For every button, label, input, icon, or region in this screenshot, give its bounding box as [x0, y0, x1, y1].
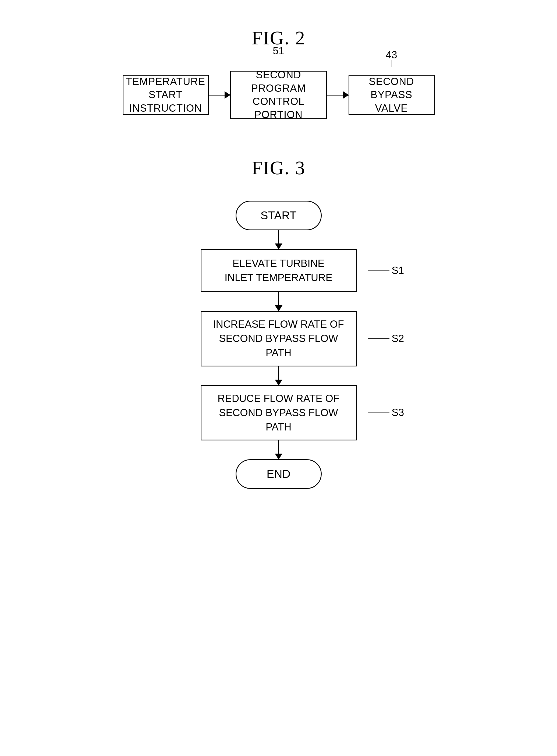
fig3-s2-label: S2 — [391, 331, 404, 346]
fig3-s3-label-connector: S3 — [368, 406, 404, 420]
fig3-s3-tick — [368, 412, 389, 413]
fig2-label2: 43 — [386, 49, 397, 61]
fig3-arrow1 — [278, 230, 279, 249]
fig2-box1: TEMPERATURE STARTINSTRUCTION — [123, 75, 209, 115]
fig3-s2-box: INCREASE FLOW RATE OFSECOND BYPASS FLOW … — [201, 311, 357, 367]
fig3-s3-label: S3 — [391, 406, 404, 420]
fig3-end: END — [236, 459, 322, 489]
fig2-box3: SECOND BYPASSVALVE — [349, 75, 435, 115]
fig3-s2-node: INCREASE FLOW RATE OFSECOND BYPASS FLOW … — [201, 311, 357, 385]
fig3-section: FIG. 3 START ELEVATE TURBINEINLET TEMPER… — [22, 157, 535, 489]
fig2-box3-wrapper: 43 SECOND BYPASSVALVE — [349, 67, 435, 115]
fig3-arrow4 — [278, 440, 279, 459]
fig3-s3-box: REDUCE FLOW RATE OFSECOND BYPASS FLOW PA… — [201, 385, 357, 441]
fig3-s1-label-connector: S1 — [368, 263, 404, 278]
page: FIG. 2 TEMPERATURE STARTINSTRUCTION 51 S… — [0, 0, 557, 756]
fig2-arrow2 — [327, 95, 349, 95]
fig2-section: FIG. 2 TEMPERATURE STARTINSTRUCTION 51 S… — [22, 27, 535, 119]
fig2-arrow1 — [209, 95, 230, 95]
fig2-box2: SECOND PROGRAMCONTROL PORTION — [230, 71, 327, 119]
fig2-diagram: TEMPERATURE STARTINSTRUCTION 51 SECOND P… — [22, 71, 535, 119]
fig2-box1-wrapper: TEMPERATURE STARTINSTRUCTION — [123, 75, 209, 115]
fig3-s1-tick — [368, 270, 389, 271]
fig3-s1-node: ELEVATE TURBINEINLET TEMPERATURE S1 — [201, 249, 357, 311]
fig3-s2-label-connector: S2 — [368, 331, 404, 346]
fig2-box2-wrapper: 51 SECOND PROGRAMCONTROL PORTION — [230, 63, 327, 119]
fig3-title: FIG. 3 — [22, 157, 535, 179]
fig3-s1-label: S1 — [391, 263, 404, 278]
fig3-start: START — [236, 201, 322, 230]
fig3-s3-node: REDUCE FLOW RATE OFSECOND BYPASS FLOW PA… — [201, 385, 357, 460]
fig3-end-node: END — [236, 459, 322, 489]
fig3-arrow2 — [278, 292, 279, 311]
fig3-diagram: START ELEVATE TURBINEINLET TEMPERATURE S… — [22, 201, 535, 489]
fig2-label1: 51 — [273, 45, 284, 57]
fig3-s1-box: ELEVATE TURBINEINLET TEMPERATURE S1 — [201, 249, 357, 292]
fig3-start-node: START — [236, 201, 322, 249]
fig3-arrow3 — [278, 367, 279, 385]
fig3-s2-tick — [368, 339, 389, 339]
